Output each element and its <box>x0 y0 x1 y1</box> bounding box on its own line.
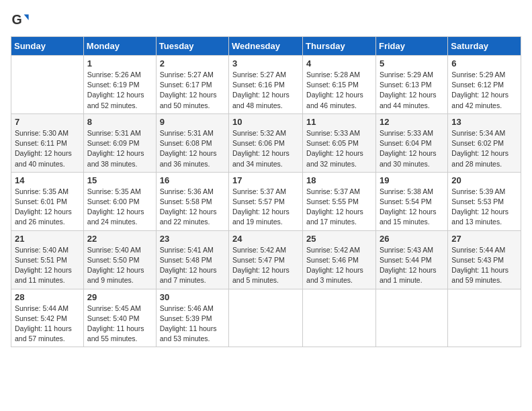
calendar-cell: 23Sunrise: 5:41 AM Sunset: 5:48 PM Dayli… <box>156 230 228 289</box>
calendar-cell: 16Sunrise: 5:36 AM Sunset: 5:58 PM Dayli… <box>156 172 228 230</box>
svg-marker-1 <box>24 15 29 20</box>
day-number: 9 <box>160 117 225 127</box>
calendar-cell: 18Sunrise: 5:37 AM Sunset: 5:55 PM Dayli… <box>303 172 376 230</box>
day-content: Sunrise: 5:40 AM Sunset: 5:50 PM Dayligh… <box>87 245 152 286</box>
day-number: 13 <box>451 117 517 127</box>
day-number: 16 <box>160 175 225 185</box>
calendar-header-row: SundayMondayTuesdayWednesdayThursdayFrid… <box>11 37 521 56</box>
calendar-week-4: 21Sunrise: 5:40 AM Sunset: 5:51 PM Dayli… <box>11 230 521 289</box>
day-number: 8 <box>87 117 152 127</box>
day-number: 17 <box>232 175 299 185</box>
calendar-cell: 14Sunrise: 5:35 AM Sunset: 6:01 PM Dayli… <box>11 172 84 230</box>
calendar-cell: 20Sunrise: 5:39 AM Sunset: 5:53 PM Dayli… <box>448 172 521 230</box>
day-content: Sunrise: 5:34 AM Sunset: 6:02 PM Dayligh… <box>451 128 517 169</box>
logo-icon: G <box>11 11 30 30</box>
day-content: Sunrise: 5:40 AM Sunset: 5:51 PM Dayligh… <box>15 245 80 286</box>
calendar-cell: 29Sunrise: 5:45 AM Sunset: 5:40 PM Dayli… <box>83 289 156 347</box>
day-content: Sunrise: 5:37 AM Sunset: 5:55 PM Dayligh… <box>306 187 372 228</box>
day-content: Sunrise: 5:38 AM Sunset: 5:54 PM Dayligh… <box>380 187 444 228</box>
calendar-cell: 17Sunrise: 5:37 AM Sunset: 5:57 PM Dayli… <box>229 172 303 230</box>
calendar-cell <box>229 289 303 347</box>
day-content: Sunrise: 5:41 AM Sunset: 5:48 PM Dayligh… <box>160 245 225 286</box>
day-content: Sunrise: 5:44 AM Sunset: 5:43 PM Dayligh… <box>451 245 517 286</box>
calendar-table: SundayMondayTuesdayWednesdayThursdayFrid… <box>11 36 521 347</box>
day-number: 25 <box>306 234 372 244</box>
header-thursday: Thursday <box>303 37 376 56</box>
page-header: G <box>11 11 521 30</box>
day-number: 10 <box>232 117 299 127</box>
calendar-cell: 25Sunrise: 5:42 AM Sunset: 5:46 PM Dayli… <box>303 230 376 289</box>
day-number: 24 <box>232 234 299 244</box>
calendar-week-3: 14Sunrise: 5:35 AM Sunset: 6:01 PM Dayli… <box>11 172 521 230</box>
day-content: Sunrise: 5:37 AM Sunset: 5:57 PM Dayligh… <box>232 187 299 228</box>
day-number: 30 <box>160 292 225 302</box>
day-number: 19 <box>380 175 444 185</box>
calendar-cell: 27Sunrise: 5:44 AM Sunset: 5:43 PM Dayli… <box>448 230 521 289</box>
day-number: 15 <box>87 175 152 185</box>
day-number: 22 <box>87 234 152 244</box>
day-number: 23 <box>160 234 225 244</box>
calendar-cell: 13Sunrise: 5:34 AM Sunset: 6:02 PM Dayli… <box>448 113 521 172</box>
calendar-cell: 24Sunrise: 5:42 AM Sunset: 5:47 PM Dayli… <box>229 230 303 289</box>
day-content: Sunrise: 5:43 AM Sunset: 5:44 PM Dayligh… <box>380 245 444 286</box>
calendar-cell: 6Sunrise: 5:29 AM Sunset: 6:12 PM Daylig… <box>448 56 521 114</box>
calendar-cell: 22Sunrise: 5:40 AM Sunset: 5:50 PM Dayli… <box>83 230 156 289</box>
day-number: 6 <box>451 58 517 68</box>
day-number: 20 <box>451 175 517 185</box>
calendar-cell: 9Sunrise: 5:31 AM Sunset: 6:08 PM Daylig… <box>156 113 228 172</box>
day-number: 21 <box>15 234 80 244</box>
day-content: Sunrise: 5:29 AM Sunset: 6:12 PM Dayligh… <box>451 70 517 111</box>
header-tuesday: Tuesday <box>156 37 228 56</box>
calendar-cell: 30Sunrise: 5:46 AM Sunset: 5:39 PM Dayli… <box>156 289 228 347</box>
day-number: 29 <box>87 292 152 302</box>
calendar-cell <box>448 289 521 347</box>
day-content: Sunrise: 5:30 AM Sunset: 6:11 PM Dayligh… <box>15 128 80 169</box>
calendar-cell: 5Sunrise: 5:29 AM Sunset: 6:13 PM Daylig… <box>375 56 447 114</box>
calendar-cell: 1Sunrise: 5:26 AM Sunset: 6:19 PM Daylig… <box>83 56 156 114</box>
header-friday: Friday <box>375 37 447 56</box>
day-content: Sunrise: 5:42 AM Sunset: 5:47 PM Dayligh… <box>232 245 299 286</box>
day-number: 27 <box>451 234 517 244</box>
day-content: Sunrise: 5:35 AM Sunset: 6:00 PM Dayligh… <box>87 187 152 228</box>
calendar-cell <box>11 56 84 114</box>
calendar-cell: 19Sunrise: 5:38 AM Sunset: 5:54 PM Dayli… <box>375 172 447 230</box>
logo: G <box>11 11 32 30</box>
day-number: 4 <box>306 58 372 68</box>
calendar-cell: 8Sunrise: 5:31 AM Sunset: 6:09 PM Daylig… <box>83 113 156 172</box>
header-saturday: Saturday <box>448 37 521 56</box>
calendar-cell: 11Sunrise: 5:33 AM Sunset: 6:05 PM Dayli… <box>303 113 376 172</box>
day-content: Sunrise: 5:35 AM Sunset: 6:01 PM Dayligh… <box>15 187 80 228</box>
calendar-cell: 12Sunrise: 5:33 AM Sunset: 6:04 PM Dayli… <box>375 113 447 172</box>
day-number: 18 <box>306 175 372 185</box>
calendar-cell: 7Sunrise: 5:30 AM Sunset: 6:11 PM Daylig… <box>11 113 84 172</box>
day-number: 1 <box>87 58 152 68</box>
day-number: 12 <box>380 117 444 127</box>
day-content: Sunrise: 5:33 AM Sunset: 6:05 PM Dayligh… <box>306 128 372 169</box>
day-number: 14 <box>15 175 80 185</box>
calendar-cell: 2Sunrise: 5:27 AM Sunset: 6:17 PM Daylig… <box>156 56 228 114</box>
calendar-cell: 28Sunrise: 5:44 AM Sunset: 5:42 PM Dayli… <box>11 289 84 347</box>
day-content: Sunrise: 5:45 AM Sunset: 5:40 PM Dayligh… <box>87 304 152 345</box>
calendar-cell: 21Sunrise: 5:40 AM Sunset: 5:51 PM Dayli… <box>11 230 84 289</box>
day-content: Sunrise: 5:27 AM Sunset: 6:17 PM Dayligh… <box>160 70 225 111</box>
day-number: 7 <box>15 117 80 127</box>
day-content: Sunrise: 5:29 AM Sunset: 6:13 PM Dayligh… <box>380 70 444 111</box>
day-number: 3 <box>232 58 299 68</box>
day-content: Sunrise: 5:32 AM Sunset: 6:06 PM Dayligh… <box>232 128 299 169</box>
day-content: Sunrise: 5:33 AM Sunset: 6:04 PM Dayligh… <box>380 128 444 169</box>
day-content: Sunrise: 5:27 AM Sunset: 6:16 PM Dayligh… <box>232 70 299 111</box>
day-content: Sunrise: 5:42 AM Sunset: 5:46 PM Dayligh… <box>306 245 372 286</box>
day-content: Sunrise: 5:31 AM Sunset: 6:09 PM Dayligh… <box>87 128 152 169</box>
calendar-week-5: 28Sunrise: 5:44 AM Sunset: 5:42 PM Dayli… <box>11 289 521 347</box>
calendar-cell: 26Sunrise: 5:43 AM Sunset: 5:44 PM Dayli… <box>375 230 447 289</box>
day-content: Sunrise: 5:31 AM Sunset: 6:08 PM Dayligh… <box>160 128 225 169</box>
calendar-week-2: 7Sunrise: 5:30 AM Sunset: 6:11 PM Daylig… <box>11 113 521 172</box>
svg-text:G: G <box>11 12 21 27</box>
day-content: Sunrise: 5:39 AM Sunset: 5:53 PM Dayligh… <box>451 187 517 228</box>
calendar-week-1: 1Sunrise: 5:26 AM Sunset: 6:19 PM Daylig… <box>11 56 521 114</box>
day-content: Sunrise: 5:44 AM Sunset: 5:42 PM Dayligh… <box>15 304 80 345</box>
header-monday: Monday <box>83 37 156 56</box>
day-number: 28 <box>15 292 80 302</box>
day-number: 2 <box>160 58 225 68</box>
calendar-cell <box>303 289 376 347</box>
